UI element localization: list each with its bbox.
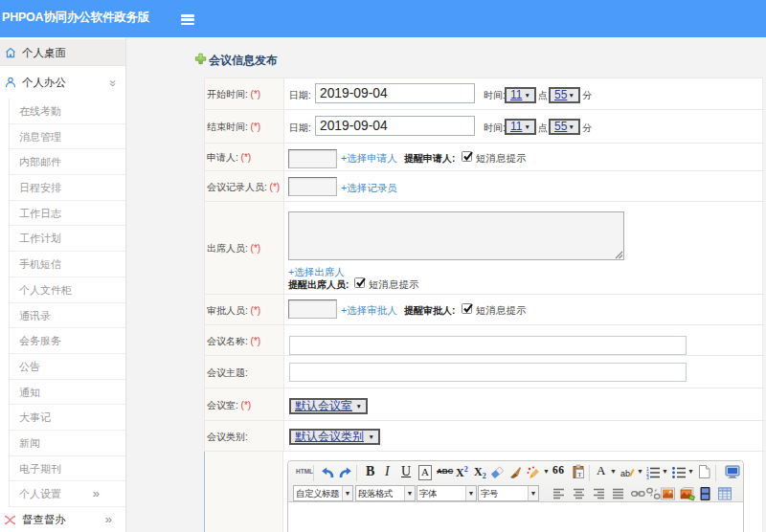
svg-text:T: T (577, 471, 582, 478)
svg-text:3: 3 (646, 475, 649, 480)
svg-text:ab: ab (620, 469, 630, 478)
